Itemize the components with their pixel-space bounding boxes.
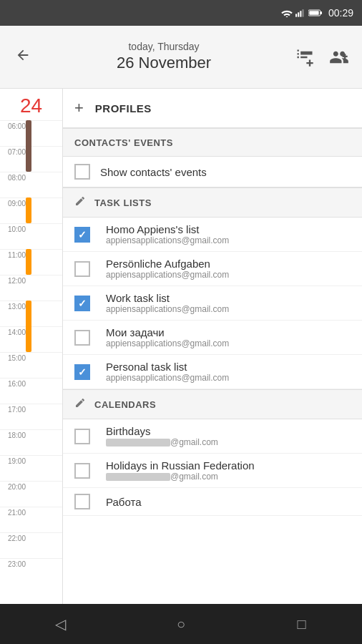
task-email-1: appiensapplications@gmail.com (106, 270, 351, 280)
svg-point-0 (286, 16, 288, 17)
svg-rect-4 (302, 9, 303, 17)
calendar-item-2[interactable]: Работа (63, 488, 362, 516)
calendar-slot: 08:00 (0, 172, 62, 197)
task-list-item-1[interactable]: Persönliche Aufgaben appiensapplications… (63, 252, 362, 286)
calendar-slot: 12:00 (0, 275, 62, 301)
calendar-slot: 22:00 (0, 532, 62, 558)
task-list-item-2[interactable]: ✓ Work task list appiensapplications@gma… (63, 286, 362, 321)
calendars-edit-icon[interactable] (74, 397, 86, 411)
header: today, Thursday 26 November (0, 26, 362, 89)
svg-rect-7 (309, 11, 318, 14)
task-info-0: Homo Appiens's list appiensapplications@… (106, 223, 351, 245)
calendar-checkbox-0[interactable] (74, 429, 90, 444)
calendar-slot: 21:00 (0, 507, 62, 532)
calendar-day-number: 24 (0, 89, 62, 120)
checklist-add-icon (295, 47, 315, 67)
task-checkbox-0[interactable]: ✓ (74, 227, 90, 243)
task-email-2: appiensapplications@gmail.com (106, 304, 351, 314)
status-time: 00:29 (328, 7, 353, 19)
task-list-item-0[interactable]: ✓ Homo Appiens's list appiensapplication… (63, 218, 362, 252)
task-info-4: Personal task list appiensapplications@g… (106, 361, 351, 383)
add-task-button[interactable] (290, 43, 319, 72)
task-info-2: Work task list appiensapplications@gmail… (106, 292, 351, 314)
main-container: 24 06:0007:0008:0009:0010:0011:0012:0013… (0, 89, 362, 604)
calendars-title: CALENDARS (94, 399, 156, 410)
calendar-item-0[interactable]: Birthdays @gmail.com (63, 419, 362, 454)
calendar-checkbox-2[interactable] (74, 494, 90, 509)
task-email-4: appiensapplications@gmail.com (106, 373, 351, 383)
recent-nav-button[interactable]: □ (282, 604, 322, 644)
calendar-info-0: Birthdays @gmail.com (106, 425, 351, 447)
task-name-1: Persönliche Aufgaben (106, 258, 351, 270)
profiles-plus-icon: + (74, 99, 84, 117)
calendar-name-1: Holidays in Russian Federation (106, 459, 351, 472)
calendar-time-slots: 06:0007:0008:0009:0010:0011:0012:0013:00… (0, 120, 62, 584)
task-lists-section: TASK LISTS ✓ Homo Appiens's list appiens… (63, 187, 362, 389)
task-info-3: Мои задачи appiensapplications@gmail.com (106, 326, 351, 348)
calendars-header: CALENDARS (63, 389, 362, 419)
task-lists-edit-icon[interactable] (74, 195, 86, 210)
back-nav-button[interactable]: ◁ (40, 604, 80, 644)
task-lists-header: TASK LISTS (63, 187, 362, 218)
calendar-slot: 10:00 (0, 223, 62, 249)
calendars-section: CALENDARS Birthdays @gmail.com Holidays … (63, 389, 362, 516)
header-today-label: today, Thursday (37, 40, 290, 53)
task-checkbox-4[interactable]: ✓ (74, 364, 90, 380)
calendar-info-1: Holidays in Russian Federation @gmail.co… (106, 459, 351, 482)
task-checkbox-2[interactable]: ✓ (74, 296, 90, 311)
task-checkbox-3[interactable] (74, 330, 90, 346)
calendar-slot: 16:00 (0, 378, 62, 404)
contacts-events-header: CONTACTS' EVENTS (63, 128, 362, 157)
svg-rect-3 (300, 11, 301, 16)
task-name-2: Work task list (106, 292, 351, 304)
back-nav-icon: ◁ (55, 615, 66, 633)
task-name-4: Personal task list (106, 361, 351, 373)
home-nav-button[interactable]: ○ (161, 604, 201, 644)
svg-rect-6 (321, 11, 322, 14)
calendar-panel: 24 06:0007:0008:0009:0010:0011:0012:0013… (0, 89, 63, 604)
back-button[interactable] (9, 43, 37, 72)
calendar-slot: 17:00 (0, 404, 62, 429)
calendar-name-2: Работа (106, 496, 351, 508)
header-title: today, Thursday 26 November (37, 40, 290, 74)
calendar-item-1[interactable]: Holidays in Russian Federation @gmail.co… (63, 454, 362, 488)
svg-rect-2 (298, 12, 299, 16)
task-list-item-3[interactable]: Мои задачи appiensapplications@gmail.com (63, 321, 362, 355)
calendar-slot: 18:00 (0, 429, 62, 455)
right-panel: + PROFILES CONTACTS' EVENTS Show contact… (63, 89, 362, 604)
back-arrow-icon (15, 47, 31, 67)
add-contact-button[interactable] (325, 43, 353, 72)
show-contacts-events-checkbox[interactable] (74, 164, 90, 180)
calendar-items: Birthdays @gmail.com Holidays in Russian… (63, 419, 362, 516)
task-checkbox-1[interactable] (74, 261, 90, 277)
status-bar: 00:29 (0, 0, 362, 26)
profiles-label: PROFILES (95, 102, 152, 114)
task-list-item-4[interactable]: ✓ Personal task list appiensapplications… (63, 355, 362, 389)
task-name-0: Homo Appiens's list (106, 223, 351, 235)
svg-rect-1 (295, 14, 297, 16)
calendar-name-0: Birthdays (106, 425, 351, 437)
signal-icon (295, 9, 305, 17)
calendar-slot: 20:00 (0, 481, 62, 507)
bottom-nav: ◁ ○ □ (0, 604, 362, 644)
task-email-0: appiensapplications@gmail.com (106, 235, 351, 245)
show-contacts-events-label: Show contacts' events (100, 166, 207, 178)
calendar-slot: 15:00 (0, 352, 62, 378)
status-icons: 00:29 (281, 7, 353, 19)
calendar-email-1: @gmail.com (106, 472, 351, 482)
task-name-3: Мои задачи (106, 326, 351, 338)
contacts-events-section: CONTACTS' EVENTS Show contacts' events (63, 128, 362, 187)
profiles-row[interactable]: + PROFILES (63, 89, 362, 128)
calendar-checkbox-1[interactable] (74, 463, 90, 479)
calendar-slot: 23:00 (0, 558, 62, 584)
task-lists-title: TASK LISTS (94, 197, 152, 208)
battery-icon (308, 9, 323, 17)
recent-nav-icon: □ (298, 616, 306, 633)
task-list-items: ✓ Homo Appiens's list appiensapplication… (63, 218, 362, 389)
task-info-1: Persönliche Aufgaben appiensapplications… (106, 258, 351, 280)
contacts-events-title: CONTACTS' EVENTS (74, 137, 173, 148)
calendar-info-2: Работа (106, 496, 351, 508)
header-actions (290, 43, 353, 72)
show-contacts-events-row[interactable]: Show contacts' events (63, 157, 362, 187)
header-date-label: 26 November (37, 53, 290, 74)
